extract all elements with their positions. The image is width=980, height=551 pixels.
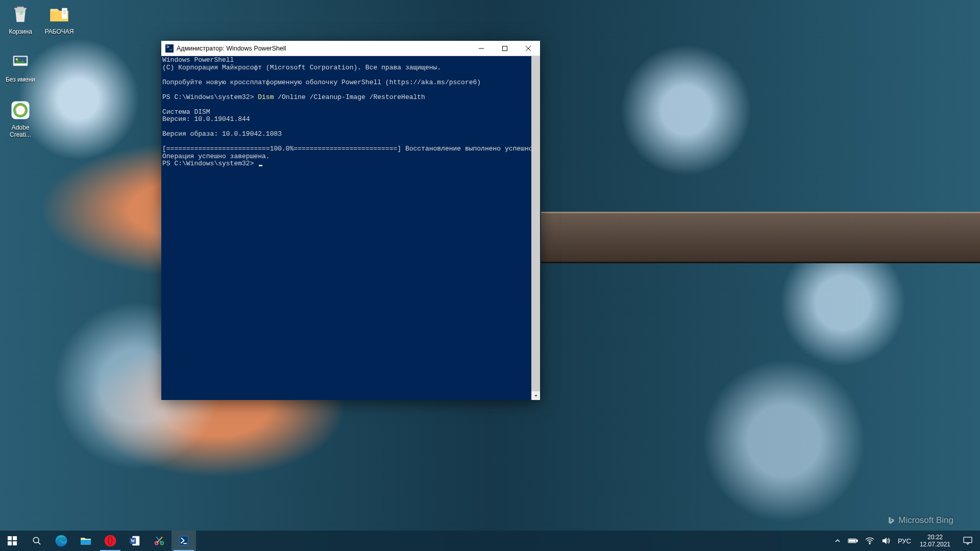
word-icon: W — [129, 535, 141, 547]
action-center-button[interactable] — [955, 537, 980, 545]
taskbar-app-edge[interactable] — [49, 531, 74, 551]
svg-point-20 — [33, 537, 39, 543]
clock-time: 20:22 — [927, 534, 943, 541]
folder-label: РАБОЧАЯ — [40, 28, 79, 35]
vertical-scrollbar[interactable] — [531, 56, 540, 400]
recycle-bin-label: Корзина — [1, 28, 40, 35]
untitled-label: Без имени — [1, 76, 40, 83]
wifi-icon — [865, 537, 874, 544]
windows-icon — [8, 536, 17, 545]
tray-volume[interactable] — [878, 531, 894, 551]
bing-icon — [887, 516, 895, 524]
taskbar-app-opera[interactable] — [98, 531, 122, 551]
svg-rect-3 — [63, 10, 66, 10]
chevron-up-icon — [835, 538, 841, 544]
notification-icon — [963, 537, 972, 545]
powershell-window[interactable]: Администратор: Windows PowerShell Window… — [161, 41, 540, 400]
edge-icon — [55, 534, 68, 547]
taskbar-app-explorer[interactable] — [74, 531, 98, 551]
svg-rect-23 — [81, 539, 91, 540]
svg-rect-39 — [964, 537, 972, 543]
bing-watermark: Microsoft Bing — [887, 515, 953, 525]
desktop-icon-adobe-cc[interactable]: Adobe Creati... — [1, 98, 40, 138]
adobe-cc-label: Adobe Creati... — [1, 124, 40, 138]
file-explorer-icon — [80, 535, 92, 547]
desktop-icon-recycle-bin[interactable]: Корзина — [1, 2, 40, 35]
svg-rect-13 — [503, 46, 507, 51]
powershell-icon — [165, 44, 174, 53]
snip-icon — [153, 535, 165, 547]
svg-rect-37 — [849, 540, 855, 542]
tray-clock[interactable]: 20:22 12.07.2021 — [915, 531, 955, 551]
battery-icon — [848, 538, 858, 544]
tray-wifi[interactable] — [862, 531, 878, 551]
minimize-button[interactable] — [470, 41, 493, 56]
start-button[interactable] — [0, 531, 24, 551]
opera-icon — [104, 534, 117, 547]
powershell-taskbar-icon — [178, 535, 190, 547]
search-button[interactable] — [24, 531, 49, 551]
window-title: Администратор: Windows PowerShell — [177, 45, 286, 52]
image-file-icon — [8, 50, 33, 74]
system-tray: РУС 20:22 12.07.2021 — [831, 531, 980, 551]
clock-date: 12.07.2021 — [920, 541, 950, 548]
svg-rect-4 — [63, 12, 66, 12]
svg-rect-36 — [856, 540, 857, 542]
svg-point-26 — [109, 537, 111, 545]
desktop-icon-folder[interactable]: РАБОЧАЯ — [40, 2, 79, 35]
taskbar: W РУС 20:22 12.07.2021 — [0, 531, 980, 551]
volume-icon — [881, 537, 891, 545]
search-icon — [32, 536, 41, 545]
taskbar-app-word[interactable]: W — [122, 531, 147, 551]
svg-text:W: W — [131, 539, 135, 543]
language-label: РУС — [898, 537, 911, 545]
svg-rect-17 — [13, 536, 17, 540]
svg-rect-19 — [13, 541, 17, 545]
cursor-icon — [259, 165, 262, 166]
taskbar-app-snip[interactable] — [147, 531, 172, 551]
tray-language[interactable]: РУС — [894, 531, 915, 551]
scroll-down-button[interactable] — [531, 391, 540, 400]
bing-text: Microsoft Bing — [898, 515, 953, 525]
taskbar-app-powershell[interactable] — [172, 531, 196, 551]
folder-icon — [47, 2, 71, 27]
svg-line-21 — [38, 542, 41, 545]
svg-point-38 — [869, 543, 870, 544]
close-button[interactable] — [517, 41, 540, 56]
svg-rect-1 — [14, 8, 26, 10]
svg-rect-18 — [8, 541, 12, 545]
tray-overflow-button[interactable] — [831, 531, 844, 551]
terminal-body[interactable]: Windows PowerShell (C) Корпорация Майкро… — [161, 56, 531, 400]
window-titlebar[interactable]: Администратор: Windows PowerShell — [161, 41, 540, 56]
svg-rect-16 — [8, 536, 12, 540]
tray-battery[interactable] — [844, 531, 862, 551]
maximize-button[interactable] — [493, 41, 517, 56]
recycle-bin-icon — [8, 2, 33, 27]
adobe-cc-icon — [8, 98, 33, 122]
svg-rect-5 — [63, 13, 66, 14]
scroll-thumb[interactable] — [531, 56, 540, 400]
desktop-icon-untitled[interactable]: Без имени — [1, 50, 40, 83]
